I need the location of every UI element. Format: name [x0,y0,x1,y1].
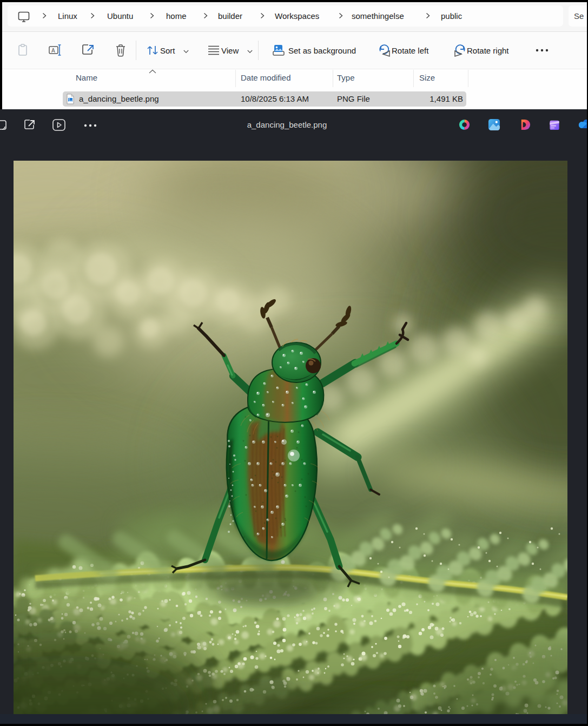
svg-text:A: A [51,48,55,54]
